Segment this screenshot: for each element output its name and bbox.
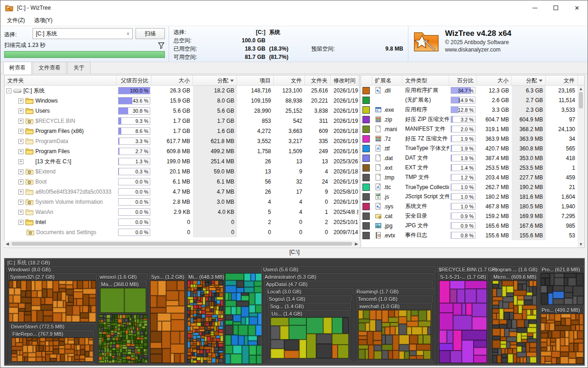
scroll-right-icon[interactable]: ▶ [353,242,360,246]
horizontal-scrollbar[interactable]: ◀ ▶ [4,241,360,247]
svg-text:A: A [377,146,380,151]
filetype-icon [375,174,382,181]
ext-row-8[interactable]: .extEXT 文件1.4 %253.5 MB253.5 MB1 [361,163,584,172]
collapse-icon[interactable]: − [6,88,11,93]
expand-icon[interactable]: + [18,200,23,205]
expand-icon[interactable]: + [18,179,23,184]
ext-row-4[interactable]: .maniMANIFEST 文件2.0 %319.1 MB368.2 MB24,… [361,124,584,134]
tree-row-7[interactable]: +[13 文件在 C:\]1.3 %199.0 MB251.4 MB261313… [5,156,359,167]
tree-col-2[interactable]: 大小 [152,75,193,85]
scroll-left-icon[interactable]: ◀ [4,242,11,246]
tree-cell: 2026/1/19 [331,136,358,146]
ext-row-2[interactable]: .exe应用程序12.8 %3.3 GB2.3 GB3,533 [361,105,584,115]
ext-col-3[interactable]: 大小 [477,75,512,85]
filetype-icon [375,87,382,94]
ext-row-13[interactable]: .cat安全目录0.9 %159.2 MB169.9 MB7,295 [361,211,584,221]
info-total-label: 总空间: [174,37,221,45]
horizontal-scroll-thumb[interactable] [11,242,352,246]
treemap[interactable]: [C:] 系统 (18.2 GB)Windows\ (8.0 GB)System… [4,258,585,366]
tree-row-6[interactable]: +Program Files2.7 %609.8 MB499.2 MB1,758… [5,146,359,156]
tree-col-4[interactable]: 项目 [237,75,274,85]
treemap-canvas[interactable] [5,259,584,365]
expand-icon[interactable]: + [18,139,23,144]
tree-row-10[interactable]: +a6fc0f5e84f339472dfa5c003330.0 %4.7 MB4… [5,187,359,197]
ext-cell: 6.3 GB [512,86,546,95]
tree-row-12[interactable]: +WanAn0.0 %2.9 KB4.0 KB5412025/4/8 星 [5,207,359,217]
ext-row-10[interactable]: A.ttcTrueType Collection1.0 %262.7 MB190… [361,182,584,192]
filetype-icon: S [375,193,382,200]
color-swatch [362,106,370,114]
tree-row-0[interactable]: −[C:] 系统100.0 %26.3 GB18.2 GB148,716123,… [5,86,359,96]
tree-row-5[interactable]: +ProgramData3.3 %617.7 MB621.8 MB3,5523,… [5,136,359,146]
ext-row-7[interactable]: .datDAT 文件1.9 %387.4 MB353.0 MB418 [361,153,584,163]
menu-options[interactable]: 选项(Y) [30,15,56,26]
tree-row-11[interactable]: +System Volume Information0.0 %2.8 MB3.0… [5,197,359,207]
vertical-scroll-thumb[interactable] [579,92,583,109]
tree-col-5[interactable]: 文件 [274,75,305,85]
tree-col-6[interactable]: 文件夹 [305,75,331,85]
minimize-button[interactable] [524,0,545,15]
tree-row-1[interactable]: +Windows43.6 %15.9 GB8.0 GB109,15988,938… [5,96,359,106]
tab-file-view[interactable]: 文件查看 [33,62,67,74]
ext-row-6[interactable]: A.ttfTrueType 字体文件1.9 %420.7 MB360.8 MB5… [361,144,584,153]
scroll-up-icon[interactable]: ▲ [579,86,583,92]
tree-cell: 3,663 [274,126,305,136]
tree-row-8[interactable]: +$Extend0.3 %20.1 MB59.0 MB13942026/1/18 [5,167,359,177]
tree-cell: 0 [193,217,237,227]
ext-row-14[interactable]: .jpgJPG 文件0.9 %165.6 MB167.6 MB985 [361,221,584,230]
expand-icon[interactable]: + [18,220,23,225]
expand-icon[interactable]: + [18,109,23,114]
maximize-button[interactable] [545,0,566,15]
ext-cell: 604.9 MB [512,115,546,124]
ext-col-1[interactable]: 文件类型 [402,75,449,85]
tree-row-2[interactable]: +Users30.8 %5.6 GB5.6 GB28,99025,1523,83… [5,106,359,116]
tree-cell: 2025/10/10 [331,217,358,227]
close-button[interactable]: ✕ [566,0,588,15]
expand-icon[interactable]: + [18,190,23,195]
expand-icon[interactable]: + [18,149,23,154]
vertical-scrollbar[interactable]: ▲ ▼ [577,86,584,247]
tree-cell: 20,221 [305,96,331,106]
expand-icon[interactable]: + [18,119,23,124]
tree-row-14[interactable]: Documents and Settings0.0 %000002009/7/1… [5,227,359,237]
tree-cell: 1,758 [237,146,274,156]
svg-text:A: A [377,185,380,190]
tree-row-4[interactable]: +Program Files (x86)8.6 %1.7 GB1.6 GB4,2… [5,126,359,136]
expand-icon[interactable]: + [18,159,23,164]
tree-row-9[interactable]: +Boot0.0 %6.1 MB6.1 MB5632242026/1/19 [5,177,359,187]
tree-row-13[interactable]: +Intel0.0 %002022025/10/10 [5,217,359,227]
tree-col-0[interactable]: 文件夹 [5,75,117,85]
ext-row-3[interactable]: .zip好压 ZIP 压缩文件3.2 %604.7 MB604.9 MB97 [361,115,584,124]
expand-icon[interactable]: + [18,210,23,215]
filter-icon[interactable] [158,42,165,49]
menu-file[interactable]: 文件(Z) [3,15,28,26]
tree-cell: 2026/1/19 [331,197,358,207]
ext-col-0[interactable]: 扩展名 [372,75,402,85]
tree-col-7[interactable]: 修改时间 [331,75,358,85]
tree-cell: 1.7 GB [152,126,193,136]
drive-select[interactable]: [C:] 系统 ˅ [33,28,133,39]
app-website[interactable]: www.diskanalyzer.com [445,46,511,53]
ext-col-2[interactable]: 百分比 [449,75,477,85]
expand-icon[interactable]: + [18,169,23,174]
ext-row-0[interactable]: .dll应用程序扩展34.7 %12.3 GB6.3 GB23,165 [361,86,584,95]
tree-row-3[interactable]: +$RECYCLE.BIN9.3 %1.7 GB1.7 GB8535423112… [5,116,359,126]
scroll-down-icon[interactable]: ▼ [579,241,583,247]
expand-icon[interactable]: + [18,129,23,134]
ext-row-11[interactable]: S.jsJScript Script 文件1.0 %180.2 MB181.6 … [361,192,584,201]
expand-icon[interactable]: + [18,98,23,104]
scan-button[interactable]: 扫描 [136,28,165,39]
ext-col-4[interactable]: 分配 [512,75,546,85]
ext-col-5[interactable]: 文件 [546,75,578,85]
tree-col-3[interactable]: 分配 [193,75,237,85]
ext-row-15[interactable]: !.evtx事件日志0.8 %155.6 MB155.6 MB53 [361,230,584,240]
ext-row-9[interactable]: .tmpTMP 文件1.2 %203.4 MB227.7 MB459 [361,172,584,182]
percent-bar: 2.7 % [118,148,150,155]
ext-row-12[interactable]: .sys系统文件1.0 %467.8 MB180.5 MB1,940 [361,201,584,211]
tab-tree-view[interactable]: 树查看 [3,62,32,74]
tree-col-1[interactable]: 父级百分比 [117,75,152,85]
tab-about[interactable]: 关于 [68,62,90,74]
ext-row-1[interactable]: (无扩展名)14.9 %2.6 GB2.7 GB11,514 [361,95,584,105]
sort-desc-icon [539,80,543,82]
ext-row-5[interactable]: .7z好压 7Z 压缩文件1.9 %363.9 MB363.9 MB34 [361,134,584,144]
